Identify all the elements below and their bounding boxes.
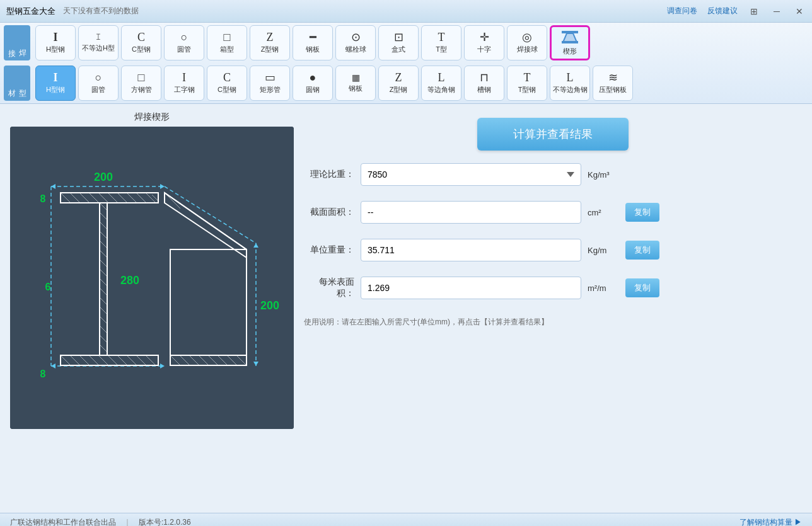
h-beam-icon: I <box>53 31 57 43</box>
c-steel-icon: C <box>137 31 145 43</box>
tool-cross[interactable]: ✛ 十字 <box>464 25 504 60</box>
unequal-h-label: 不等边H型 <box>82 43 115 53</box>
surface-copy-button[interactable]: 复制 <box>625 278 659 297</box>
weight-input[interactable] <box>361 239 581 261</box>
tool-steel-plate2[interactable]: ▦ 钢板 <box>335 66 376 101</box>
z-steel2-label: Z型钢 <box>390 85 408 94</box>
tool-steel-plate[interactable]: ━ 钢板 <box>293 25 333 60</box>
svg-text:8: 8 <box>40 193 46 204</box>
tool-i-beam[interactable]: I 工字钢 <box>164 66 204 101</box>
tool-channel[interactable]: ⊓ 槽钢 <box>464 66 504 101</box>
sq-pipe-icon: □ <box>138 72 145 83</box>
z-steel-label: Z型钢 <box>261 45 279 54</box>
surface-input[interactable] <box>361 277 581 299</box>
minimize-button[interactable]: ─ <box>770 6 783 16</box>
svg-rect-4 <box>10 127 294 429</box>
area-copy-button[interactable]: 复制 <box>625 203 659 222</box>
titlebar: 型钢五金大全 天下没有查不到的数据 调查问卷 反馈建议 ⊞ ─ ✕ <box>0 0 812 23</box>
toolbar-row-2: 型材 I H型钢 ○ 圆管 □ 方钢管 I 工字钢 C C型钢 ▭ 矩形管 ● … <box>0 63 812 103</box>
box-icon: □ <box>224 31 231 43</box>
surface-label: 每米表面积： <box>304 277 354 299</box>
status-version: 版本号:1.2.0.36 <box>139 517 191 526</box>
density-unit: Kg/m³ <box>588 170 619 180</box>
cross-label: 十字 <box>477 45 491 54</box>
status-company: 广联达钢结构和工作台联合出品 <box>10 517 116 526</box>
tool-h-beam[interactable]: I H型钢 <box>35 25 76 60</box>
tool-round-pipe[interactable]: ○ 圆管 <box>164 25 204 60</box>
surface-row: 每米表面积： m²/m 复制 <box>304 274 802 302</box>
weight-unit: Kg/m <box>588 246 619 255</box>
weld-ball-icon: ◎ <box>522 31 532 43</box>
box-label: 箱型 <box>220 45 234 54</box>
z-steel-icon: Z <box>267 31 274 43</box>
tool-unequal-h[interactable]: 𝙸 不等边H型 <box>78 25 119 60</box>
tool-h-beam2[interactable]: I H型钢 <box>35 66 76 101</box>
cross-icon: ✛ <box>480 31 489 43</box>
steel-plate-icon: ━ <box>310 31 316 43</box>
h-beam-label: H型钢 <box>46 45 65 54</box>
usage-hint: 使用说明：请在左图输入所需尺寸(单位mm)，再点击【计算并查看结果】 <box>304 317 802 328</box>
tool-rect-pipe[interactable]: ▭ 矩形管 <box>250 66 290 101</box>
tab-weld[interactable]: 焊接 <box>4 25 30 60</box>
tool-round-steel[interactable]: ● 圆钢 <box>293 66 333 101</box>
z-steel2-icon: Z <box>395 72 402 83</box>
calc-button[interactable]: 计算并查看结果 <box>477 118 629 151</box>
tab-material[interactable]: 型材 <box>4 66 30 101</box>
round-pipe2-icon: ○ <box>95 72 102 83</box>
round-pipe-icon: ○ <box>181 31 188 43</box>
diagram-svg: 200 8 280 6 200 8 <box>10 127 294 429</box>
close-button[interactable]: ✕ <box>793 6 806 16</box>
tool-z-steel2[interactable]: Z Z型钢 <box>378 66 419 101</box>
c-steel2-label: C型钢 <box>218 85 236 94</box>
toolbar: 焊接 I H型钢 𝙸 不等边H型 C C型钢 ○ 圆管 □ 箱型 Z Z型钢 ━… <box>0 23 812 104</box>
round-steel-label: 圆钢 <box>306 85 320 94</box>
tool-t-steel[interactable]: T T型钢 <box>507 66 547 101</box>
t-type-label: T型 <box>436 45 447 54</box>
equal-angle-icon: L <box>438 72 445 83</box>
tool-z-steel[interactable]: Z Z型钢 <box>250 25 290 60</box>
weight-row: 单位重量： Kg/m 复制 <box>304 236 802 264</box>
area-input[interactable] <box>361 201 581 224</box>
t-steel-label: T型钢 <box>518 85 536 94</box>
app-subtitle: 天下没有查不到的数据 <box>63 6 139 16</box>
trapezoid-icon <box>560 30 579 45</box>
tool-c-steel[interactable]: C C型钢 <box>121 25 161 60</box>
tool-weld-ball[interactable]: ◎ 焊接球 <box>507 25 547 60</box>
feedback-link[interactable]: 反馈建议 <box>707 6 738 16</box>
bolt-ball-label: 螺栓球 <box>345 45 366 54</box>
i-beam-label: 工字钢 <box>174 85 195 94</box>
area-label: 截面面积： <box>304 207 354 218</box>
sq-pipe-label: 方钢管 <box>131 85 152 94</box>
density-select[interactable]: 7850 7800 7900 <box>361 163 581 186</box>
tool-round-pipe2[interactable]: ○ 圆管 <box>78 66 119 101</box>
status-sep: ｜ <box>124 517 131 526</box>
steel-plate2-label: 钢板 <box>349 84 362 93</box>
channel-label: 槽钢 <box>477 85 491 94</box>
svg-marker-2 <box>563 33 577 42</box>
tool-box[interactable]: □ 箱型 <box>207 25 247 60</box>
tool-unequal-angle[interactable]: L 不等边角钢 <box>550 66 590 101</box>
statusbar: 广联达钢结构和工作台联合出品 ｜ 版本号:1.2.0.36 了解钢结构算量 ▶ <box>0 513 812 526</box>
app-title: 型钢五金大全 <box>6 6 55 17</box>
tool-sq-pipe[interactable]: □ 方钢管 <box>121 66 161 101</box>
unequal-angle-icon: L <box>567 72 574 83</box>
density-row: 理论比重： 7850 7800 7900 Kg/m³ <box>304 161 802 188</box>
tool-box-type[interactable]: ⊡ 盒式 <box>378 25 419 60</box>
tool-equal-angle[interactable]: L 等边角钢 <box>421 66 461 101</box>
area-unit: cm² <box>588 208 619 217</box>
tool-trapezoid[interactable]: 楔形 <box>550 25 590 60</box>
tool-c-steel2[interactable]: C C型钢 <box>207 66 247 101</box>
trapezoid-label: 楔形 <box>563 47 577 56</box>
pin-button[interactable]: ⊞ <box>748 6 760 16</box>
tool-bolt-ball[interactable]: ⊙ 螺栓球 <box>335 25 376 60</box>
survey-link[interactable]: 调查问卷 <box>667 6 697 16</box>
weight-copy-button[interactable]: 复制 <box>625 241 659 260</box>
i-beam-icon: I <box>182 72 186 83</box>
corrugated-icon: ≋ <box>608 72 618 83</box>
status-link[interactable]: 了解钢结构算量 ▶ <box>740 517 802 526</box>
main-content: 焊接楔形 <box>0 104 812 513</box>
round-steel-icon: ● <box>310 72 316 83</box>
tool-corrugated[interactable]: ≋ 压型钢板 <box>593 66 633 101</box>
equal-angle-label: 等边角钢 <box>427 85 455 94</box>
tool-t-type[interactable]: T T型 <box>421 25 461 60</box>
